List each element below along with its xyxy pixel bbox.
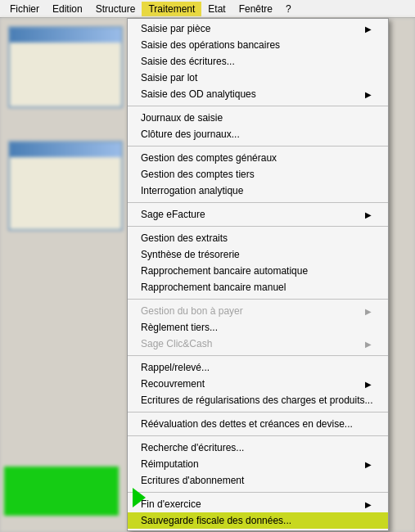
menu-sauvegarde-fiscale[interactable]: Sauvegarde fiscale des données...	[128, 512, 388, 529]
menu-gestion-extraits[interactable]: Gestion des extraits	[128, 230, 388, 246]
menu-interrogation-analytique[interactable]: Interrogation analytique	[128, 183, 388, 199]
menu-fin-exercice[interactable]: Fin d'exercice ▶	[128, 496, 388, 512]
section-recherche: Recherche d'écritures... Réimputation ▶ …	[128, 438, 388, 490]
section-reglement: Gestion du bon à payer ▶ Règlement tiers…	[128, 301, 388, 354]
section-bancaire: Gestion des extraits Synthèse de trésore…	[128, 228, 388, 297]
menu-fichier[interactable]: Fichier	[3, 2, 46, 16]
divider-3	[128, 202, 388, 203]
arrow-icon: ▶	[365, 380, 372, 389]
divider-2	[128, 146, 388, 147]
menu-rapprochement-auto[interactable]: Rapprochement bancaire automatique	[128, 263, 388, 279]
menu-etat[interactable]: Etat	[201, 2, 232, 16]
menu-journaux-saisie[interactable]: Journaux de saisie	[128, 110, 388, 126]
arrow-icon: ▶	[365, 500, 372, 509]
section-reevaluation: Réévaluation des dettes et créances en d…	[128, 414, 388, 434]
menu-traitement[interactable]: Traitement	[142, 2, 201, 16]
menu-reevaluation-dettes[interactable]: Réévaluation des dettes et créances en d…	[128, 416, 388, 432]
menu-saisie-lot[interactable]: Saisie par lot	[128, 70, 388, 86]
menu-reimputation[interactable]: Réimputation ▶	[128, 456, 388, 472]
menu-cloture-journaux[interactable]: Clôture des journaux...	[128, 126, 388, 142]
section-exercice: Fin d'exercice ▶ Sauvegarde fiscale des …	[128, 494, 388, 530]
divider-8	[128, 435, 388, 436]
divider-4	[128, 226, 388, 227]
green-arrow-indicator	[133, 488, 146, 507]
section-efacture: Sage eFacture ▶	[128, 205, 388, 224]
menu-structure[interactable]: Structure	[89, 2, 142, 16]
menu-reglement-tiers[interactable]: Règlement tiers...	[128, 319, 388, 336]
divider-7	[128, 412, 388, 413]
menu-ecritures-abonnement[interactable]: Ecritures d'abonnement	[128, 472, 388, 489]
divider-6	[128, 355, 388, 356]
section-rappel: Rappel/relevé... Recouvrement ▶ Ecriture…	[128, 358, 388, 410]
menu-gestion-comptes-tiers[interactable]: Gestion des comptes tiers	[128, 166, 388, 183]
section-journaux: Journaux de saisie Clôture des journaux.…	[128, 108, 388, 144]
menu-saisie-ecritures[interactable]: Saisie des écritures...	[128, 53, 388, 70]
menu-edition[interactable]: Edition	[46, 2, 89, 16]
menu-saisie-od-analytiques[interactable]: Saisie des OD analytiques ▶	[128, 86, 388, 102]
section-saisie: Saisie par pièce ▶ Saisie des opérations…	[128, 19, 388, 104]
menu-saisie-operations-bancaires[interactable]: Saisie des opérations bancaires	[128, 37, 388, 53]
arrow-icon: ▶	[365, 307, 372, 316]
menu-recherche-ecritures[interactable]: Recherche d'écritures...	[128, 440, 388, 456]
arrow-icon: ▶	[365, 460, 372, 469]
divider-5	[128, 299, 388, 300]
menu-bar: Fichier Edition Structure Traitement Eta…	[0, 0, 415, 18]
divider-9	[128, 492, 388, 493]
menu-rapprochement-manuel[interactable]: Rapprochement bancaire manuel	[128, 279, 388, 295]
menu-recouvrement[interactable]: Recouvrement ▶	[128, 376, 388, 392]
menu-gestion-comptes-generaux[interactable]: Gestion des comptes généraux	[128, 150, 388, 166]
arrow-icon: ▶	[365, 340, 372, 349]
menu-sage-efacture[interactable]: Sage eFacture ▶	[128, 206, 388, 223]
menu-synthese-tresorerie[interactable]: Synthèse de trésorerie	[128, 246, 388, 263]
arrow-icon: ▶	[365, 25, 372, 34]
menu-rappel-releve[interactable]: Rappel/relevé...	[128, 359, 388, 376]
section-gestion-comptes: Gestion des comptes généraux Gestion des…	[128, 148, 388, 201]
menu-help[interactable]: ?	[279, 2, 298, 16]
menu-fenetre[interactable]: Fenêtre	[232, 2, 279, 16]
arrow-icon: ▶	[365, 90, 372, 99]
menu-saisie-piece[interactable]: Saisie par pièce ▶	[128, 20, 388, 37]
traitement-dropdown: Saisie par pièce ▶ Saisie des opérations…	[127, 18, 389, 531]
divider-1	[128, 106, 388, 106]
arrow-icon: ▶	[365, 210, 372, 219]
menu-sage-clic-cash: Sage Clic&Cash ▶	[128, 336, 388, 352]
menu-gestion-bon-payer: Gestion du bon à payer ▶	[128, 303, 388, 319]
menu-ecritures-regularisations[interactable]: Ecritures de régularisations des charges…	[128, 392, 388, 408]
